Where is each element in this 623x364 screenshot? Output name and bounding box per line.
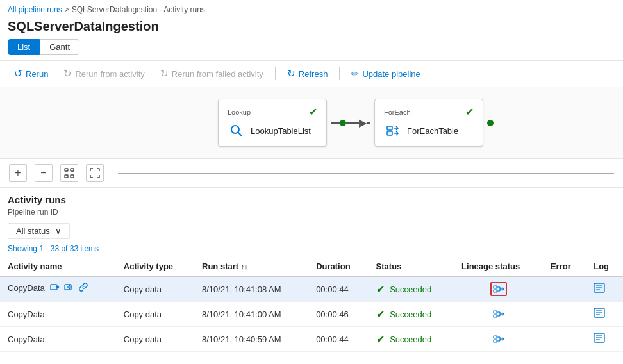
svg-rect-34 [494,340,497,342]
cell-log[interactable] [586,327,623,352]
svg-rect-13 [494,286,497,288]
foreach-node-header: ForEach ✔ [384,106,474,118]
list-view-button[interactable]: List [8,39,40,55]
status-filter-label: All status [16,226,50,236]
cell-lineage-status[interactable] [454,277,543,302]
page-title: SQLServerDataIngestion [0,17,623,39]
svg-rect-24 [494,315,497,317]
cell-error [543,327,586,352]
foreach-success-badge: ✔ [465,106,474,118]
activity-action-icons [50,282,88,294]
zoom-in-button[interactable]: + [9,164,27,182]
foreach-icon [384,122,402,140]
svg-rect-6 [65,169,68,171]
pencil-icon: ✏ [351,69,359,79]
update-pipeline-label: Update pipeline [362,69,420,79]
zoom-out-button[interactable]: − [35,164,53,182]
cell-duration: 00:00:46 [308,302,368,327]
cell-duration: 00:00:44 [308,327,368,352]
sort-icon: ↑↓ [241,263,248,270]
view-toggle: List Gantt [0,39,623,60]
chevron-down-icon: ∨ [55,226,62,236]
cell-activity-name: CopyData [0,327,116,352]
lineage-icon-plain[interactable] [491,307,506,321]
table-row[interactable]: CopyDataCopy data8/10/21, 10:41:08 AM00:… [0,277,623,302]
foreach-node-name: ForEachTable [407,126,458,136]
cell-status: ✔ Succeeded [369,277,454,302]
status-filter-dropdown[interactable]: All status ∨ [8,223,70,239]
status-success: ✔ Succeeded [376,333,447,345]
lineage-box[interactable] [490,282,507,296]
svg-rect-14 [494,290,497,292]
svg-rect-9 [71,175,74,178]
activity-export-icon[interactable] [64,282,74,294]
activity-runs-title: Activity runs [8,194,615,205]
rerun-button[interactable]: ↺ Rerun [8,65,54,83]
connector-arrow: ▶ [359,118,367,128]
cell-activity-name: CopyData [0,302,116,327]
breadcrumb-current: SQLServerDataIngestion - Activity runs [72,5,205,14]
cell-activity-name: CopyData [0,277,116,299]
status-success: ✔ Succeeded [376,308,447,320]
rerun-from-activity-button[interactable]: ↻ Rerun from activity [57,65,151,83]
svg-rect-33 [494,336,497,338]
lookup-node[interactable]: Lookup ✔ LookupTableList [218,99,327,147]
cell-duration: 00:00:44 [308,277,368,302]
cell-log[interactable] [586,302,623,327]
breadcrumb-link[interactable]: All pipeline runs [8,5,62,14]
cell-lineage-status[interactable] [454,302,543,327]
rerun-from-failed-button[interactable]: ↻ Rerun from failed activity [154,65,270,83]
check-circle-icon: ✔ [376,308,385,320]
cell-lineage-status[interactable] [454,327,543,352]
toolbar: ↺ Rerun ↻ Rerun from activity ↻ Rerun fr… [0,60,623,87]
fit-canvas-button[interactable] [60,164,78,182]
lookup-node-body: LookupTableList [228,122,317,140]
cell-error [543,302,586,327]
refresh-button[interactable]: ↻ Refresh [281,65,335,83]
cell-run-start: 8/10/21, 10:40:59 AM [194,327,308,352]
log-icon[interactable] [594,309,605,320]
gantt-view-button[interactable]: Gantt [40,39,79,55]
log-icon[interactable] [594,334,605,345]
update-pipeline-button[interactable]: ✏ Update pipeline [345,65,426,82]
activity-runs-section: Activity runs Pipeline run ID [0,188,623,223]
cell-log[interactable] [586,277,623,302]
connector-line-right [367,122,370,124]
svg-rect-7 [71,169,74,171]
lookup-success-badge: ✔ [309,106,317,118]
pipeline-canvas: Lookup ✔ LookupTableList ▶ ForEach ✔ [0,87,623,159]
cell-run-start: 8/10/21, 10:41:08 AM [194,277,308,302]
breadcrumb: All pipeline runs > SQLServerDataIngesti… [0,0,623,17]
activity-link-icon[interactable] [78,282,88,294]
svg-rect-3 [387,131,392,135]
check-circle-icon: ✔ [376,333,385,345]
foreach-node[interactable]: ForEach ✔ ForEachTable [374,99,483,147]
lineage-icon-highlighted[interactable] [461,282,535,296]
expand-canvas-button[interactable] [86,164,104,182]
rerun-from-failed-icon: ↻ [160,68,169,79]
col-activity-name: Activity name [0,256,116,277]
toolbar-separator-2 [339,67,340,80]
connector-dot-left [340,120,346,126]
activity-nav-icon[interactable] [50,282,60,294]
rerun-from-activity-label: Rerun from activity [75,69,144,79]
svg-line-1 [238,133,242,136]
foreach-right-dot [487,120,494,126]
activity-name-text: CopyData [8,283,45,293]
col-run-start[interactable]: Run start ↑↓ [194,256,308,277]
cell-status: ✔ Succeeded [369,302,454,327]
table-header-row: Activity name Activity type Run start ↑↓… [0,256,623,277]
pipeline-connector: ▶ [331,118,370,128]
col-duration: Duration [308,256,368,277]
table-row[interactable]: CopyDataCopy data8/10/21, 10:41:00 AM00:… [0,302,623,327]
cell-run-start: 8/10/21, 10:41:00 AM [194,302,308,327]
lineage-icon-plain[interactable] [491,332,506,346]
col-log: Log [586,256,623,277]
lineage-icon-plain[interactable] [461,307,535,321]
log-icon[interactable] [594,284,605,295]
table-row[interactable]: CopyDataCopy data8/10/21, 10:40:59 AM00:… [0,327,623,352]
fit-icon [64,168,74,178]
lineage-icon-plain[interactable] [461,332,535,346]
refresh-icon: ↻ [287,68,295,79]
col-lineage-status: Lineage status [454,256,543,277]
